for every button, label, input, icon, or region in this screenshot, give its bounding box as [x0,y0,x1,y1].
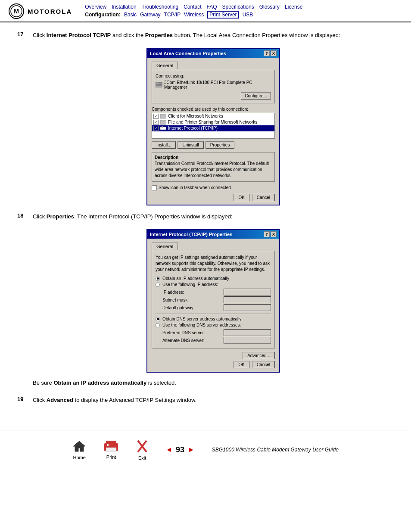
svg-rect-7 [162,126,163,128]
dialog2-ip-address-input[interactable] [224,289,271,296]
step-19-text: Click Advanced to display the Advanced T… [33,396,196,404]
dialog1-adapter-row: 3Com EtherLink 10/100 PCI For Complete P… [156,80,271,90]
dialog1-description-text: Transmission Control Protocol/Internet P… [155,161,272,179]
exit-button[interactable]: Exit [136,439,148,460]
dialog2-gateway-row: Default gateway: [162,304,271,311]
svg-rect-3 [157,82,159,84]
dialog2-auto-dns-radio[interactable] [156,317,160,321]
dialog2-cancel-button[interactable]: Cancel [252,361,275,368]
page-indicator: ◄ 93 ► [165,445,195,454]
dialog2-ok-button[interactable]: OK [234,361,249,368]
nav-basic[interactable]: Basic [124,12,137,18]
dialog2-general-tab[interactable]: General [152,243,178,250]
home-button[interactable]: Home [72,439,86,460]
dialog1-close-button[interactable]: X [271,50,277,56]
dialog2-alternate-dns-input[interactable] [224,337,271,344]
motorola-logo-icon: M [9,3,24,19]
dialog1-description-group: Description Transmission Control Protoco… [152,152,275,182]
dialog1-checkbox-3[interactable]: ✓ [153,126,159,131]
print-label: Print [106,454,116,460]
dialog1-show-icon-checkbox[interactable] [152,185,157,190]
dialog2-close-button[interactable]: X [271,231,277,237]
dialog2-advanced-button[interactable]: Advanced... [243,352,275,359]
dialog1-checkbox-1[interactable]: ✓ [153,114,159,119]
svg-rect-11 [106,448,116,452]
dialog1-title: Local Area Connection Properties [150,51,226,56]
dialog2-ok-cancel: OK Cancel [152,361,275,368]
nav-glossary[interactable]: Glossary [259,4,280,10]
next-page-arrow[interactable]: ► [188,446,195,454]
page-number: 93 [176,445,184,454]
dialog1-configure-button[interactable]: Configure... [241,92,271,100]
local-area-connection-dialog: Local Area Connection Properties ? X Gen… [146,48,280,205]
exit-label: Exit [138,455,146,460]
dialog1-checkbox-2[interactable]: ✓ [153,120,159,125]
dialog1-help-button[interactable]: ? [264,50,270,56]
dialog2-alternate-dns-row: Alternate DNS server: [162,337,271,344]
dialog2-container: Internet Protocol (TCP/IP) Properties ? … [33,229,394,373]
dialog2-auto-ip-row[interactable]: Obtain an IP address automatically [156,276,271,281]
dialog1-uninstall-button[interactable]: Uninstall [177,141,203,149]
dialog2-manual-ip-row[interactable]: Use the following IP address: [156,282,271,287]
dialog1-titlebar: Local Area Connection Properties ? X [147,49,279,58]
dialog1-ok-button[interactable]: OK [234,194,249,201]
dialog1-component-1-text: Client for Microsoft Networks [168,114,223,118]
nav-gateway[interactable]: Gateway [140,12,160,18]
svg-rect-6 [160,127,166,130]
dialog1-components-label: Components checked are used by this conn… [152,107,275,112]
dialog2-dns-radio-group: Obtain DNS server address automatically … [156,317,271,327]
dialog1-components-listbox[interactable]: ✓ Client for Microsoft Networks ✓ File a… [152,113,275,139]
dialog2-preferred-dns-label: Preferred DNS server: [162,330,205,335]
dialog2-preferred-dns-row: Preferred DNS server: [162,329,271,336]
nav-top: Overview Installation Troubleshooting Co… [85,4,302,10]
prev-page-arrow[interactable]: ◄ [165,446,172,454]
dialog1-cancel-button[interactable]: Cancel [252,194,275,201]
dialog2-body: General You can get IP settings assigned… [147,239,279,372]
dialog1-component-3[interactable]: ✓ Internet Protocol (TCP/IP) [152,125,274,131]
svg-marker-8 [73,441,85,451]
step-19-number: 19 [17,396,28,404]
dialog2-auto-ip-radio[interactable] [156,277,160,281]
dialog2-preferred-dns-input[interactable] [224,329,271,336]
dialog2-manual-dns-radio[interactable] [156,323,160,327]
dialog1-component-2[interactable]: ✓ File and Printer Sharing for Microsoft… [152,119,274,125]
nav-tcpip[interactable]: TCP/IP [164,12,181,18]
dialog2-ip-address-label: IP address: [162,290,184,295]
step-17-text: Click Internet Protocol TCP/IP and click… [33,31,340,40]
nav-print-server[interactable]: Print Server [207,11,239,19]
nav-faq[interactable]: FAQ [207,4,217,10]
dialog2-tabs: General [152,242,275,250]
step-18b: Be sure Obtain an IP address automatical… [33,379,394,387]
dialog1-install-button[interactable]: Install... [152,141,176,149]
dialog1-show-icon-row: Show icon in taskbar when connected [152,185,275,190]
dialog2-gateway-input[interactable] [224,304,271,311]
dialog1-component-3-text: Internet Protocol (TCP/IP) [168,126,218,131]
svg-rect-4 [160,114,166,118]
dialog1-component-1[interactable]: ✓ Client for Microsoft Networks [152,113,274,119]
dialog1-description-label: Description [155,155,272,160]
nav-specifications[interactable]: Specifications [222,4,254,10]
brand-name: MOTOROLA [28,8,72,15]
dialog2-auto-dns-row[interactable]: Obtain DNS server address automatically [156,317,271,321]
dialog2-ip-radio-group: Obtain an IP address automatically Use t… [156,276,271,287]
nav-overview[interactable]: Overview [85,4,106,10]
step-18: 18 Click Properties. The Internet Protoc… [17,212,394,221]
dialog1-properties-button[interactable]: Properties [206,141,235,149]
dialog2-help-button[interactable]: ? [264,231,270,237]
guide-text: SBG1000 Wireless Cable Modem Gateway Use… [212,447,339,453]
nav-usb[interactable]: USB [243,12,253,18]
step-19: 19 Click Advanced to display the Advance… [17,396,394,404]
nav-troubleshooting[interactable]: Troubleshooting [142,4,179,10]
nav-area: Overview Installation Troubleshooting Co… [85,4,302,19]
dialog2-manual-ip-radio[interactable] [156,283,160,287]
print-button[interactable]: Print [103,440,119,460]
dialog2-main-section: You can get IP settings assigned automat… [152,251,275,348]
dialog2-manual-dns-row[interactable]: Use the following DNS server addresses: [156,323,271,327]
dialog1-general-tab[interactable]: General [152,62,178,69]
dialog2-subnet-input[interactable] [224,296,271,303]
nav-contact[interactable]: Contact [184,4,201,10]
nav-license[interactable]: License [285,4,302,10]
nav-installation[interactable]: Installation [112,4,136,10]
nav-wireless[interactable]: Wireless [184,12,204,18]
dialog1-titlebar-buttons: ? X [264,50,277,56]
